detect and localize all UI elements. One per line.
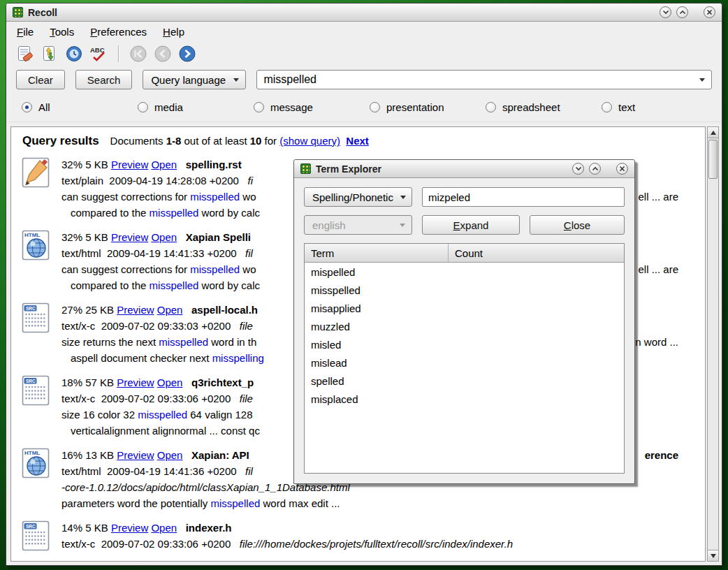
result-title: spelling.rst [186, 156, 242, 173]
update-index-icon[interactable] [40, 44, 59, 64]
filter-all[interactable]: All [22, 101, 138, 113]
open-link[interactable]: Open [157, 447, 183, 463]
preview-link[interactable]: Preview [117, 302, 154, 318]
svg-text:ABC: ABC [90, 46, 105, 54]
dialog-title: Term Explorer [316, 163, 381, 175]
scroll-up-button[interactable] [708, 127, 718, 138]
open-link[interactable]: Open [151, 520, 177, 536]
preview-link[interactable]: Preview [111, 229, 148, 245]
term-explorer-dialog: Term Explorer Spelling/Phonetic mizpeled… [293, 159, 635, 484]
result-meta: text/x-c 2009-07-02 09:33:06 +0200 file:… [61, 536, 695, 552]
filter-message[interactable]: message [254, 101, 370, 113]
highlighted-term: misspelled [190, 261, 240, 277]
radio-icon [486, 102, 496, 112]
dialog-title-bar[interactable]: Term Explorer [294, 160, 634, 178]
svg-text:HTML: HTML [24, 450, 40, 456]
column-count[interactable]: Count [448, 244, 624, 262]
result-title: indexer.h [186, 520, 232, 536]
clear-button[interactable]: Clear [16, 70, 65, 89]
preview-link[interactable]: Preview [117, 447, 154, 463]
query-language-select[interactable]: Query language [143, 70, 246, 89]
term-input[interactable]: mizpeled [422, 187, 625, 207]
menu-preferences[interactable]: Preferences [90, 26, 147, 38]
preview-link[interactable]: Preview [117, 374, 154, 390]
menu-help[interactable]: Help [163, 26, 184, 38]
svg-text:HTML: HTML [24, 232, 40, 238]
result-snippet: parameters word the potentially misspell… [61, 495, 695, 511]
spellcheck-icon[interactable]: ABC [89, 44, 108, 64]
search-button[interactable]: Search [75, 70, 133, 89]
chevron-down-icon [233, 78, 239, 82]
first-page-icon [129, 44, 148, 64]
recoll-app-icon [300, 163, 311, 174]
window-title: Recoll [28, 7, 57, 18]
term-row[interactable]: muzzled [305, 317, 624, 335]
menu-tools[interactable]: Tools [50, 26, 74, 38]
close-window-button[interactable] [704, 6, 715, 18]
term-row[interactable]: misled [305, 335, 624, 353]
toolbar: ABC [6, 41, 722, 66]
term-row[interactable]: spelled [305, 372, 624, 390]
svg-text:SRC: SRC [26, 379, 36, 383]
chevron-down-button[interactable] [660, 6, 671, 18]
menu-bar: FileToolsPreferencesHelp [6, 22, 722, 41]
expand-button[interactable]: Expand [422, 215, 520, 235]
chevron-up-button[interactable] [589, 163, 601, 175]
scrollbar-track[interactable] [708, 138, 718, 550]
search-input[interactable]: misspelled [256, 70, 712, 89]
highlighted-term: misspelled [150, 205, 199, 221]
term-input-value: mizpeled [428, 191, 470, 203]
scroll-down-button[interactable] [708, 550, 718, 561]
term-table-header[interactable]: Term Count [305, 244, 624, 263]
results-header: Query results Documents 1-8 out of at le… [18, 131, 697, 156]
expansion-mode-select[interactable]: Spelling/Phonetic [304, 187, 412, 207]
radio-icon [254, 102, 264, 112]
column-term[interactable]: Term [305, 247, 448, 259]
open-link[interactable]: Open [151, 229, 177, 245]
results-scrollbar[interactable] [707, 126, 719, 562]
preview-link[interactable]: Preview [111, 156, 148, 173]
chevron-down-button[interactable] [572, 163, 584, 175]
term-table[interactable]: Term Count mispelledmisspelledmisapplied… [304, 243, 625, 474]
language-select: english [304, 215, 412, 235]
term-row[interactable]: misplaced [305, 390, 624, 408]
radio-icon [138, 102, 148, 112]
results-title: Query results [22, 134, 99, 148]
next-page-icon[interactable] [177, 44, 197, 64]
link-show-query[interactable]: (show query) [279, 135, 340, 147]
preview-link[interactable]: Preview [111, 520, 148, 536]
open-link[interactable]: Open [151, 156, 177, 173]
chevron-down-icon [400, 196, 406, 199]
title-bar[interactable]: Recoll [6, 3, 722, 22]
highlighted-term: misspelled [150, 277, 199, 293]
filter-text[interactable]: text [602, 101, 718, 113]
close-dialog-button[interactable] [616, 163, 628, 175]
recoll-app-icon [13, 7, 23, 17]
link-next[interactable]: Next [346, 135, 369, 147]
term-row[interactable]: misapplied [305, 299, 624, 317]
result-headline: 14% 5 KB Preview Open indexer.h [61, 520, 695, 536]
snippet-fragment: ell ... are [638, 261, 678, 277]
radio-icon [602, 102, 612, 112]
filter-spreadsheet[interactable]: spreadsheet [486, 101, 602, 113]
result-title: aspell-local.h [191, 302, 258, 318]
menu-file[interactable]: File [17, 26, 34, 38]
result-title: q3richtext_p [191, 374, 254, 390]
result-title-fragment: erence [645, 447, 678, 463]
term-row[interactable]: misspelled [305, 281, 624, 299]
open-link[interactable]: Open [157, 374, 183, 390]
scrollbar-thumb[interactable] [708, 140, 718, 179]
result-title: Xapian Spelli [186, 229, 251, 245]
open-link[interactable]: Open [157, 302, 183, 318]
query-history-icon[interactable] [64, 44, 84, 64]
close-button[interactable]: Close [530, 215, 625, 235]
source-file-icon: SRC [20, 374, 52, 407]
filter-bar: Allmediamessagepresentationspreadsheette… [6, 93, 722, 122]
chevron-up-button[interactable] [676, 6, 688, 18]
term-row[interactable]: mislead [305, 353, 624, 372]
clear-search-icon[interactable] [15, 44, 35, 64]
filter-media[interactable]: media [138, 101, 254, 113]
filter-presentation[interactable]: presentation [370, 101, 486, 113]
term-row[interactable]: mispelled [305, 263, 624, 281]
svg-text:SRC: SRC [26, 306, 36, 311]
